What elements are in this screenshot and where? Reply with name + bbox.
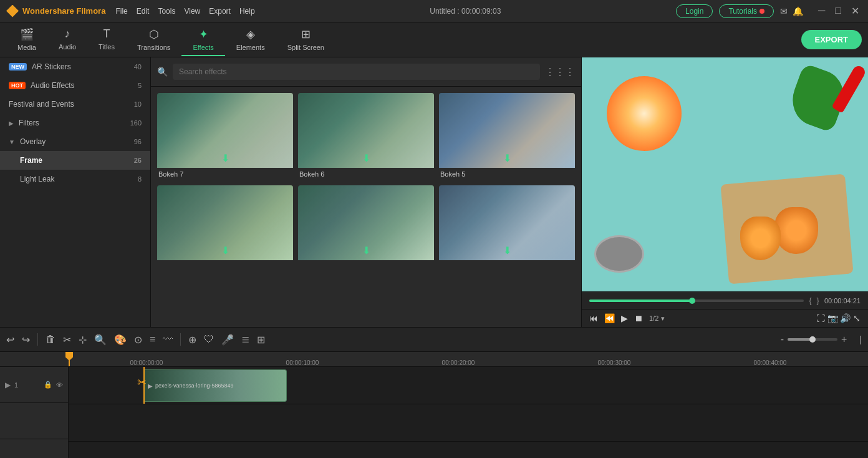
toolbar-effects[interactable]: ✦ Effects xyxy=(181,24,224,56)
search-icon: 🔍 xyxy=(157,67,168,77)
title-bar-right: Login Tutorials ✉ 🔔 ─ □ ✕ xyxy=(676,4,862,18)
screenshot-button[interactable]: 📷 xyxy=(827,313,838,323)
subtitle-button[interactable]: ≣ xyxy=(241,334,249,346)
filters-collapse-arrow: ▶ xyxy=(9,120,14,127)
zoom-in-timeline-button[interactable]: + xyxy=(841,334,847,345)
frame-back-button[interactable]: ⏪ xyxy=(604,313,615,323)
tutorials-button[interactable]: Tutorials xyxy=(719,4,774,18)
zoom-slider[interactable] xyxy=(788,338,837,341)
track-content: ✂ ▶ pexels-vanessa-loring-5865849 xyxy=(69,367,868,458)
sidebar-item-filters[interactable]: ▶ Filters 160 xyxy=(0,114,150,132)
login-button[interactable]: Login xyxy=(676,4,713,18)
sidebar-item-light-leak[interactable]: Light Leak 8 xyxy=(0,170,150,188)
audio-effects-label: Audio Effects xyxy=(31,81,75,90)
mosaic-button[interactable]: ⊞ xyxy=(257,334,265,346)
crop-button[interactable]: ⊹ xyxy=(79,334,87,346)
toolbar-separator-1 xyxy=(37,333,38,346)
stop-button[interactable]: ⏹ xyxy=(634,313,643,323)
menu-tools[interactable]: Tools xyxy=(158,7,175,16)
menu-file[interactable]: File xyxy=(115,7,127,16)
festival-events-count: 10 xyxy=(134,100,142,108)
maximize-button[interactable]: □ xyxy=(832,5,844,17)
effect-card-bokeh6[interactable]: ⬇ Bokeh 6 xyxy=(298,93,434,180)
toolbar-elements[interactable]: ◈ Elements xyxy=(225,24,276,56)
sidebar-item-frame[interactable]: Frame 26 xyxy=(0,151,150,170)
play-button[interactable]: ▶ xyxy=(621,313,628,323)
menu-edit[interactable]: Edit xyxy=(137,7,150,16)
search-input[interactable] xyxy=(173,64,540,80)
close-button[interactable]: ✕ xyxy=(849,5,862,17)
preview-frame xyxy=(582,57,868,291)
sidebar-item-ar-stickers[interactable]: NEW AR Stickers 40 xyxy=(0,57,150,76)
media-label: Media xyxy=(17,44,36,51)
color-button[interactable]: 🎨 xyxy=(114,334,127,346)
playhead[interactable] xyxy=(69,352,70,366)
effect-card-4[interactable]: ⬇ xyxy=(157,185,293,265)
titles-label: Titles xyxy=(99,43,115,51)
grid-toggle-icon[interactable]: ⋮⋮⋮ xyxy=(545,66,575,78)
effect-card-5[interactable]: ⬇ xyxy=(298,185,434,265)
effect-card-6[interactable]: ⬇ xyxy=(439,185,575,265)
effects-label: Effects xyxy=(193,44,213,51)
video-clip[interactable]: ▶ pexels-vanessa-loring-5865849 xyxy=(143,369,287,402)
menu-view[interactable]: View xyxy=(184,7,200,16)
zoom-dropdown-icon[interactable]: ▾ xyxy=(661,314,665,323)
zoom-out-button[interactable]: - xyxy=(781,334,784,345)
snap-button[interactable]: ⊕ xyxy=(188,334,196,346)
fit-screen-button[interactable]: ⛶ xyxy=(816,313,825,323)
mail-icon[interactable]: ✉ xyxy=(780,6,788,16)
sidebar-item-overlay[interactable]: ▼ Overlay 96 xyxy=(0,132,150,151)
menu-help[interactable]: Help xyxy=(239,7,255,16)
download-icon-5: ⬇ xyxy=(362,245,370,256)
toolbar-audio[interactable]: ♪ Audio xyxy=(47,24,87,56)
toolbar-media[interactable]: 🎬 Media xyxy=(6,24,47,56)
audio-label: Audio xyxy=(59,43,76,51)
mic-button[interactable]: 🎤 xyxy=(221,334,234,346)
effect-label-bokeh6: Bokeh 6 xyxy=(298,168,434,180)
effect-card-bokeh5[interactable]: ⬇ Bokeh 5 xyxy=(439,93,575,180)
zoom-in-button[interactable]: 🔍 xyxy=(94,334,107,346)
light-leak-label: Light Leak xyxy=(20,175,54,183)
effect-card-bokeh7[interactable]: ⬇ Bokeh 7 xyxy=(157,93,293,180)
undo-button[interactable]: ↩ xyxy=(6,334,14,346)
speed-button[interactable]: ≡ xyxy=(150,334,155,345)
effect-thumb-4: ⬇ xyxy=(157,185,293,260)
notifications-icon[interactable]: 🔔 xyxy=(793,6,803,16)
shield-button[interactable]: 🛡 xyxy=(204,334,214,345)
download-icon-6: ⬇ xyxy=(503,245,511,256)
bracket-left: { xyxy=(809,296,811,305)
toolbar-split-screen[interactable]: ⊞ Split Screen xyxy=(276,24,335,56)
redo-button[interactable]: ↪ xyxy=(22,334,30,346)
fullscreen-button[interactable]: ⤡ xyxy=(853,313,861,323)
effects-panel: 🔍 ⋮⋮⋮ ⬇ Bokeh 7 ⬇ Bokeh 6 xyxy=(151,57,581,327)
track-eye-icon[interactable]: 👁 xyxy=(56,381,63,389)
titles-icon: T xyxy=(104,27,110,41)
effect-thumb-5: ⬇ xyxy=(298,185,434,260)
effect-label-bokeh5: Bokeh 5 xyxy=(439,168,575,180)
track-lock-icon[interactable]: 🔒 xyxy=(44,381,52,389)
sidebar-item-festival-events[interactable]: Festival and Events 10 xyxy=(0,95,150,114)
main-content: NEW AR Stickers 40 HOT Audio Effects 5 F… xyxy=(0,57,868,327)
playback-progress[interactable] xyxy=(589,300,804,302)
filters-count: 160 xyxy=(130,119,142,127)
menu-export[interactable]: Export xyxy=(209,7,231,16)
playback-buttons: ⏮ ⏪ ▶ ⏹ 1/2 ▾ xyxy=(589,313,665,323)
minimize-button[interactable]: ─ xyxy=(816,5,827,17)
cut-button[interactable]: ✂ xyxy=(63,334,71,346)
ai-button[interactable]: ⊙ xyxy=(134,334,142,346)
sidebar-item-audio-effects[interactable]: HOT Audio Effects 5 xyxy=(0,76,150,95)
audio-wave-button[interactable]: 〰 xyxy=(163,334,173,345)
lock-button[interactable]: | xyxy=(859,334,862,344)
progress-fill xyxy=(589,300,692,302)
skip-back-button[interactable]: ⏮ xyxy=(589,313,598,323)
volume-button[interactable]: 🔊 xyxy=(840,313,851,323)
export-button[interactable]: EXPORT xyxy=(801,30,862,49)
light-leak-count: 8 xyxy=(138,175,142,183)
ruler-mark-4: 00:00:40:00 xyxy=(692,359,848,366)
track-label-video-1: ▶ 1 🔒 👁 xyxy=(0,367,68,403)
delete-button[interactable]: 🗑 xyxy=(46,334,55,345)
effect-label-5 xyxy=(298,260,434,265)
toolbar-transitions[interactable]: ⬡ Transitions xyxy=(126,24,181,56)
toolbar-titles[interactable]: T Titles xyxy=(87,24,126,56)
effect-thumb-6: ⬇ xyxy=(439,185,575,260)
